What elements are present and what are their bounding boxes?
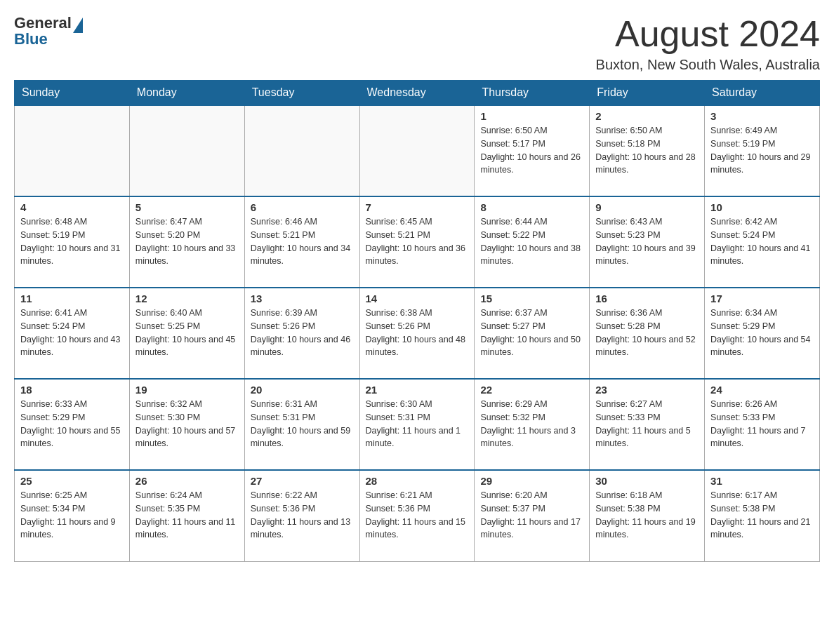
day-number: 29 bbox=[480, 475, 583, 487]
calendar-cell: 10Sunrise: 6:42 AMSunset: 5:24 PMDayligh… bbox=[705, 196, 820, 288]
day-number: 23 bbox=[595, 384, 699, 396]
day-number: 8 bbox=[480, 201, 583, 213]
day-number: 18 bbox=[20, 384, 124, 396]
day-info: Sunrise: 6:38 AMSunset: 5:26 PMDaylight:… bbox=[366, 307, 469, 359]
day-info: Sunrise: 6:25 AMSunset: 5:34 PMDaylight:… bbox=[20, 489, 124, 542]
day-info: Sunrise: 6:36 AMSunset: 5:28 PMDaylight:… bbox=[595, 307, 699, 359]
calendar-cell: 25Sunrise: 6:25 AMSunset: 5:34 PMDayligh… bbox=[15, 470, 130, 561]
calendar-cell: 20Sunrise: 6:31 AMSunset: 5:31 PMDayligh… bbox=[244, 379, 359, 470]
day-number: 15 bbox=[480, 293, 583, 304]
column-header-saturday: Saturday bbox=[705, 81, 820, 106]
calendar-cell: 29Sunrise: 6:20 AMSunset: 5:37 PMDayligh… bbox=[475, 470, 590, 561]
day-number: 13 bbox=[251, 293, 354, 304]
day-info: Sunrise: 6:40 AMSunset: 5:25 PMDaylight:… bbox=[135, 307, 239, 359]
day-number: 10 bbox=[710, 201, 814, 213]
calendar-table: SundayMondayTuesdayWednesdayThursdayFrid… bbox=[14, 80, 820, 562]
column-header-monday: Monday bbox=[129, 81, 244, 106]
column-header-tuesday: Tuesday bbox=[244, 81, 359, 106]
calendar-cell: 1Sunrise: 6:50 AMSunset: 5:17 PMDaylight… bbox=[475, 105, 590, 196]
day-info: Sunrise: 6:26 AMSunset: 5:33 PMDaylight:… bbox=[710, 398, 814, 450]
day-number: 28 bbox=[366, 475, 469, 487]
calendar-cell: 30Sunrise: 6:18 AMSunset: 5:38 PMDayligh… bbox=[590, 470, 705, 561]
calendar-cell bbox=[15, 105, 130, 196]
day-info: Sunrise: 6:44 AMSunset: 5:22 PMDaylight:… bbox=[480, 215, 583, 268]
day-number: 19 bbox=[135, 384, 239, 396]
logo-triangle-icon bbox=[73, 18, 83, 33]
day-info: Sunrise: 6:22 AMSunset: 5:36 PMDaylight:… bbox=[251, 489, 354, 542]
day-info: Sunrise: 6:50 AMSunset: 5:18 PMDaylight:… bbox=[595, 124, 699, 177]
day-info: Sunrise: 6:37 AMSunset: 5:27 PMDaylight:… bbox=[480, 307, 583, 359]
calendar-cell: 15Sunrise: 6:37 AMSunset: 5:27 PMDayligh… bbox=[475, 288, 590, 379]
week-row-4: 18Sunrise: 6:33 AMSunset: 5:29 PMDayligh… bbox=[15, 379, 820, 470]
day-number: 11 bbox=[20, 293, 124, 304]
day-number: 22 bbox=[480, 384, 583, 396]
column-header-wednesday: Wednesday bbox=[359, 81, 475, 106]
day-info: Sunrise: 6:48 AMSunset: 5:19 PMDaylight:… bbox=[20, 215, 124, 268]
day-info: Sunrise: 6:18 AMSunset: 5:38 PMDaylight:… bbox=[595, 489, 699, 542]
calendar-cell: 4Sunrise: 6:48 AMSunset: 5:19 PMDaylight… bbox=[15, 196, 130, 288]
day-info: Sunrise: 6:41 AMSunset: 5:24 PMDaylight:… bbox=[20, 307, 124, 359]
calendar-cell: 19Sunrise: 6:32 AMSunset: 5:30 PMDayligh… bbox=[129, 379, 244, 470]
calendar-cell bbox=[244, 105, 359, 196]
location-subtitle: Buxton, New South Wales, Australia bbox=[596, 57, 820, 73]
calendar-cell: 8Sunrise: 6:44 AMSunset: 5:22 PMDaylight… bbox=[475, 196, 590, 288]
day-number: 4 bbox=[20, 201, 124, 213]
day-number: 26 bbox=[135, 475, 239, 487]
calendar-cell: 21Sunrise: 6:30 AMSunset: 5:31 PMDayligh… bbox=[359, 379, 475, 470]
day-info: Sunrise: 6:21 AMSunset: 5:36 PMDaylight:… bbox=[366, 489, 469, 542]
day-info: Sunrise: 6:45 AMSunset: 5:21 PMDaylight:… bbox=[366, 215, 469, 268]
day-info: Sunrise: 6:31 AMSunset: 5:31 PMDaylight:… bbox=[251, 398, 354, 450]
column-header-thursday: Thursday bbox=[475, 81, 590, 106]
day-number: 5 bbox=[135, 201, 239, 213]
column-header-sunday: Sunday bbox=[15, 81, 130, 106]
day-number: 1 bbox=[480, 110, 583, 122]
day-info: Sunrise: 6:24 AMSunset: 5:35 PMDaylight:… bbox=[135, 489, 239, 542]
calendar-cell: 24Sunrise: 6:26 AMSunset: 5:33 PMDayligh… bbox=[705, 379, 820, 470]
day-info: Sunrise: 6:17 AMSunset: 5:38 PMDaylight:… bbox=[710, 489, 814, 542]
calendar-cell: 26Sunrise: 6:24 AMSunset: 5:35 PMDayligh… bbox=[129, 470, 244, 561]
day-info: Sunrise: 6:46 AMSunset: 5:21 PMDaylight:… bbox=[251, 215, 354, 268]
logo-text-block: General Blue bbox=[14, 14, 83, 48]
day-number: 17 bbox=[710, 293, 814, 304]
day-number: 30 bbox=[595, 475, 699, 487]
day-info: Sunrise: 6:34 AMSunset: 5:29 PMDaylight:… bbox=[710, 307, 814, 359]
calendar-cell: 28Sunrise: 6:21 AMSunset: 5:36 PMDayligh… bbox=[359, 470, 475, 561]
day-number: 31 bbox=[710, 475, 814, 487]
calendar-cell: 16Sunrise: 6:36 AMSunset: 5:28 PMDayligh… bbox=[590, 288, 705, 379]
month-year-title: August 2024 bbox=[596, 14, 820, 54]
day-info: Sunrise: 6:43 AMSunset: 5:23 PMDaylight:… bbox=[595, 215, 699, 268]
day-info: Sunrise: 6:29 AMSunset: 5:32 PMDaylight:… bbox=[480, 398, 583, 450]
week-row-1: 1Sunrise: 6:50 AMSunset: 5:17 PMDaylight… bbox=[15, 105, 820, 196]
day-number: 12 bbox=[135, 293, 239, 304]
logo-general-text: General bbox=[14, 14, 72, 32]
calendar-cell: 23Sunrise: 6:27 AMSunset: 5:33 PMDayligh… bbox=[590, 379, 705, 470]
calendar-cell: 13Sunrise: 6:39 AMSunset: 5:26 PMDayligh… bbox=[244, 288, 359, 379]
calendar-cell: 31Sunrise: 6:17 AMSunset: 5:38 PMDayligh… bbox=[705, 470, 820, 561]
day-number: 25 bbox=[20, 475, 124, 487]
day-info: Sunrise: 6:27 AMSunset: 5:33 PMDaylight:… bbox=[595, 398, 699, 450]
day-info: Sunrise: 6:39 AMSunset: 5:26 PMDaylight:… bbox=[251, 307, 354, 359]
week-row-5: 25Sunrise: 6:25 AMSunset: 5:34 PMDayligh… bbox=[15, 470, 820, 561]
day-number: 27 bbox=[251, 475, 354, 487]
calendar-cell: 22Sunrise: 6:29 AMSunset: 5:32 PMDayligh… bbox=[475, 379, 590, 470]
calendar-cell: 27Sunrise: 6:22 AMSunset: 5:36 PMDayligh… bbox=[244, 470, 359, 561]
day-number: 6 bbox=[251, 201, 354, 213]
logo: General Blue bbox=[14, 14, 83, 48]
day-number: 2 bbox=[595, 110, 699, 122]
calendar-cell bbox=[129, 105, 244, 196]
calendar-cell: 12Sunrise: 6:40 AMSunset: 5:25 PMDayligh… bbox=[129, 288, 244, 379]
day-info: Sunrise: 6:32 AMSunset: 5:30 PMDaylight:… bbox=[135, 398, 239, 450]
calendar-cell: 14Sunrise: 6:38 AMSunset: 5:26 PMDayligh… bbox=[359, 288, 475, 379]
week-row-2: 4Sunrise: 6:48 AMSunset: 5:19 PMDaylight… bbox=[15, 196, 820, 288]
day-info: Sunrise: 6:42 AMSunset: 5:24 PMDaylight:… bbox=[710, 215, 814, 268]
title-block: August 2024 Buxton, New South Wales, Aus… bbox=[596, 14, 820, 73]
column-header-friday: Friday bbox=[590, 81, 705, 106]
calendar-cell bbox=[359, 105, 475, 196]
calendar-header-row: SundayMondayTuesdayWednesdayThursdayFrid… bbox=[15, 81, 820, 106]
day-number: 16 bbox=[595, 293, 699, 304]
day-number: 24 bbox=[710, 384, 814, 396]
day-info: Sunrise: 6:49 AMSunset: 5:19 PMDaylight:… bbox=[710, 124, 814, 177]
day-info: Sunrise: 6:50 AMSunset: 5:17 PMDaylight:… bbox=[480, 124, 583, 177]
calendar-cell: 18Sunrise: 6:33 AMSunset: 5:29 PMDayligh… bbox=[15, 379, 130, 470]
day-info: Sunrise: 6:33 AMSunset: 5:29 PMDaylight:… bbox=[20, 398, 124, 450]
